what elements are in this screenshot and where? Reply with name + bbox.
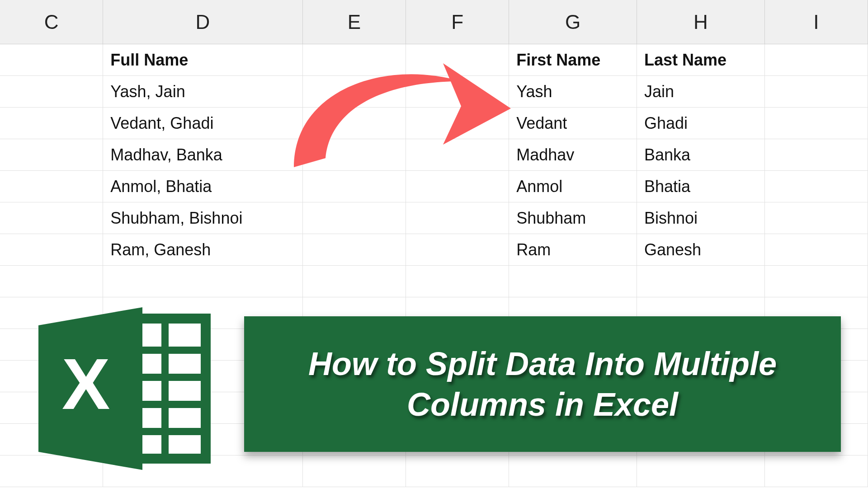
column-header-row: C D E F G H I: [0, 0, 868, 44]
cell[interactable]: [406, 266, 509, 297]
cell[interactable]: [303, 234, 406, 266]
cell[interactable]: [637, 266, 765, 297]
cell[interactable]: [0, 234, 103, 266]
cell[interactable]: [0, 108, 103, 139]
cell[interactable]: [406, 108, 509, 139]
cell[interactable]: [0, 44, 103, 76]
cell[interactable]: [406, 455, 509, 487]
cell[interactable]: [406, 234, 509, 266]
cell-last-name[interactable]: Banka: [637, 139, 765, 171]
cell[interactable]: [765, 266, 868, 297]
cell[interactable]: [765, 171, 868, 202]
banner-title: How to Split Data Into Multiple Columns …: [262, 343, 823, 425]
title-banner: How to Split Data Into Multiple Columns …: [244, 316, 841, 452]
cell[interactable]: [765, 234, 868, 266]
table-row: Madhav, Banka Madhav Banka: [0, 139, 868, 171]
cell-first-name[interactable]: Shubham: [509, 202, 637, 234]
cell[interactable]: [103, 455, 302, 487]
table-row: [0, 455, 868, 487]
cell-full-name-header[interactable]: Full Name: [103, 44, 302, 76]
cell[interactable]: [406, 202, 509, 234]
cell[interactable]: [303, 108, 406, 139]
cell[interactable]: [406, 171, 509, 202]
cell-full-name[interactable]: Yash, Jain: [103, 76, 302, 108]
column-header-e[interactable]: E: [303, 0, 406, 44]
cell[interactable]: [637, 455, 765, 487]
table-row: Yash, Jain Yash Jain: [0, 76, 868, 108]
cell-full-name[interactable]: Anmol, Bhatia: [103, 171, 302, 202]
cell-last-name[interactable]: Ganesh: [637, 234, 765, 266]
cell-last-name-header[interactable]: Last Name: [637, 44, 765, 76]
cell[interactable]: [765, 76, 868, 108]
cell-first-name[interactable]: Ram: [509, 234, 637, 266]
column-header-i[interactable]: I: [765, 0, 868, 44]
column-header-h[interactable]: H: [637, 0, 765, 44]
cell[interactable]: [0, 202, 103, 234]
cell[interactable]: [0, 266, 103, 297]
cell-first-name[interactable]: Anmol: [509, 171, 637, 202]
cell[interactable]: [406, 139, 509, 171]
cell[interactable]: [765, 139, 868, 171]
cell[interactable]: [0, 76, 103, 108]
cell[interactable]: [103, 266, 302, 297]
cell[interactable]: [303, 171, 406, 202]
cell-first-name[interactable]: Madhav: [509, 139, 637, 171]
table-row: [0, 266, 868, 297]
cell-first-name[interactable]: Yash: [509, 76, 637, 108]
cell-last-name[interactable]: Bishnoi: [637, 202, 765, 234]
column-header-c[interactable]: C: [0, 0, 103, 44]
cell-first-name[interactable]: Vedant: [509, 108, 637, 139]
cell-full-name[interactable]: Ram, Ganesh: [103, 234, 302, 266]
cell-first-name-header[interactable]: First Name: [509, 44, 637, 76]
cell-last-name[interactable]: Jain: [637, 76, 765, 108]
column-header-f[interactable]: F: [406, 0, 509, 44]
cell[interactable]: [0, 139, 103, 171]
column-header-d[interactable]: D: [103, 0, 303, 44]
cell[interactable]: [0, 329, 103, 361]
cell[interactable]: [509, 455, 637, 487]
cell[interactable]: [0, 424, 103, 455]
cell[interactable]: [303, 455, 406, 487]
cell[interactable]: [303, 202, 406, 234]
cell[interactable]: [303, 266, 406, 297]
cell[interactable]: [0, 455, 103, 487]
cell-full-name[interactable]: Madhav, Banka: [103, 139, 302, 171]
cell[interactable]: [0, 361, 103, 392]
cell[interactable]: [765, 44, 868, 76]
cell[interactable]: [0, 171, 103, 202]
cell[interactable]: [0, 297, 103, 329]
cell-full-name[interactable]: Vedant, Ghadi: [103, 108, 302, 139]
cell[interactable]: [509, 266, 637, 297]
cell[interactable]: [303, 139, 406, 171]
cell[interactable]: [406, 44, 509, 76]
table-row: Shubham, Bishnoi Shubham Bishnoi: [0, 202, 868, 234]
cell[interactable]: [303, 44, 406, 76]
cell-last-name[interactable]: Ghadi: [637, 108, 765, 139]
cell[interactable]: [406, 76, 509, 108]
column-header-g[interactable]: G: [509, 0, 637, 44]
cell-last-name[interactable]: Bhatia: [637, 171, 765, 202]
cell[interactable]: [765, 108, 868, 139]
table-row: Full Name First Name Last Name: [0, 44, 868, 76]
table-row: Anmol, Bhatia Anmol Bhatia: [0, 171, 868, 202]
cell[interactable]: [0, 392, 103, 424]
cell[interactable]: [303, 76, 406, 108]
cell[interactable]: [765, 202, 868, 234]
cell[interactable]: [765, 455, 868, 487]
table-row: Vedant, Ghadi Vedant Ghadi: [0, 108, 868, 139]
table-row: Ram, Ganesh Ram Ganesh: [0, 234, 868, 266]
cell-full-name[interactable]: Shubham, Bishnoi: [103, 202, 302, 234]
